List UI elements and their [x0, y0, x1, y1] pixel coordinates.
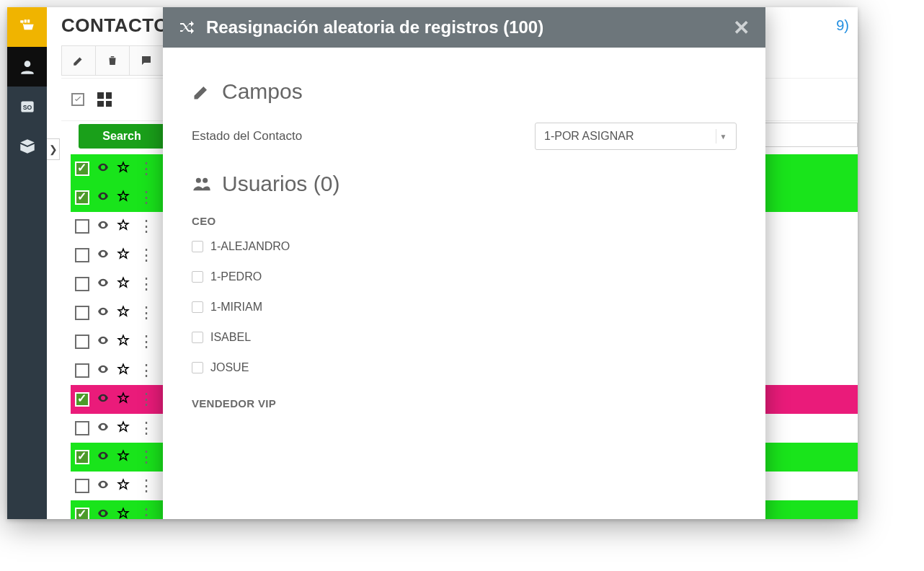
- svg-point-7: [203, 178, 208, 183]
- eye-icon[interactable]: [97, 334, 110, 350]
- user-name: 1-PEDRO: [210, 270, 262, 283]
- row-checkbox[interactable]: [75, 450, 89, 464]
- eye-icon[interactable]: [97, 449, 110, 465]
- nav-so-icon[interactable]: SO: [7, 87, 47, 126]
- eye-icon[interactable]: [97, 507, 110, 519]
- delete-button[interactable]: [95, 45, 130, 76]
- star-icon[interactable]: [117, 247, 130, 263]
- user-group-label: CEO: [192, 215, 737, 227]
- user-checkbox[interactable]: [192, 241, 203, 252]
- row-checkbox[interactable]: [75, 479, 89, 493]
- fields-section-title: Campos: [192, 79, 737, 104]
- user-checkbox[interactable]: [192, 271, 203, 283]
- svg-rect-2: [27, 19, 30, 22]
- select-value: 1-POR ASIGNAR: [544, 130, 634, 143]
- contact-status-select[interactable]: 1-POR ASIGNAR ▼: [535, 123, 737, 150]
- eye-icon[interactable]: [97, 218, 110, 234]
- star-icon[interactable]: [117, 334, 130, 350]
- row-checkbox[interactable]: [75, 306, 89, 320]
- row-checkbox[interactable]: [75, 190, 89, 205]
- user-checkbox[interactable]: [192, 362, 203, 373]
- star-icon[interactable]: [117, 420, 130, 436]
- reassign-modal: Reasignación aleatoria de registros (100…: [163, 7, 765, 519]
- user-name: JOSUE: [210, 361, 249, 374]
- user-name: 1-MIRIAM: [210, 301, 262, 314]
- eye-icon[interactable]: [97, 420, 110, 436]
- user-group-label: VENDEDOR VIP: [192, 397, 737, 410]
- eye-icon[interactable]: [97, 363, 110, 379]
- star-icon[interactable]: [117, 161, 130, 177]
- svg-point-6: [196, 178, 201, 183]
- user-checkbox[interactable]: [192, 332, 203, 343]
- users-section-title: Usuarios (0): [192, 172, 737, 196]
- user-item[interactable]: 1-MIRIAM: [192, 292, 737, 322]
- user-name: ISABEL: [210, 331, 251, 344]
- row-checkbox[interactable]: [75, 508, 89, 519]
- svg-rect-1: [24, 19, 26, 22]
- eye-icon[interactable]: [97, 247, 110, 263]
- user-name: 1-ALEJANDRO: [210, 240, 290, 253]
- filter-input[interactable]: [764, 123, 858, 147]
- star-icon[interactable]: [117, 449, 130, 465]
- star-icon[interactable]: [117, 507, 130, 519]
- nav-contacts-icon[interactable]: [7, 47, 47, 87]
- row-checkbox[interactable]: [75, 335, 89, 349]
- modal-body: Campos Estado del Contacto 1-POR ASIGNAR…: [163, 48, 765, 433]
- svg-text:SO: SO: [22, 104, 32, 111]
- user-item[interactable]: JOSUE: [192, 353, 737, 383]
- grid-view-icon[interactable]: [97, 92, 112, 107]
- chevron-down-icon: ▼: [716, 129, 730, 143]
- eye-icon[interactable]: [97, 478, 110, 494]
- nav-box-icon[interactable]: [7, 126, 47, 166]
- eye-icon[interactable]: [97, 305, 110, 321]
- star-icon[interactable]: [117, 276, 130, 292]
- star-icon[interactable]: [117, 305, 130, 321]
- modal-header: Reasignación aleatoria de registros (100…: [163, 7, 765, 48]
- user-checkbox[interactable]: [192, 301, 203, 313]
- comment-button[interactable]: [129, 45, 164, 76]
- search-button[interactable]: Search: [79, 124, 165, 149]
- row-checkbox[interactable]: [75, 421, 89, 435]
- expand-sidebar-button[interactable]: ❯: [47, 138, 60, 160]
- star-icon[interactable]: [117, 478, 130, 494]
- star-icon[interactable]: [117, 190, 130, 205]
- app-window: SO ❯ CONTACTOS › Cli 9) Search ⋮⋮⋮⋮⋮⋮⋮⋮⋮…: [7, 7, 858, 519]
- svg-rect-0: [20, 20, 23, 22]
- user-item[interactable]: 1-PEDRO: [192, 262, 737, 292]
- users-icon: [192, 174, 212, 194]
- row-checkbox[interactable]: [75, 161, 89, 176]
- user-item[interactable]: ISABEL: [192, 322, 737, 353]
- row-checkbox[interactable]: [75, 219, 89, 234]
- select-all-checkbox[interactable]: [71, 93, 84, 106]
- star-icon[interactable]: [117, 218, 130, 234]
- record-count: 9): [836, 17, 849, 34]
- brand-logo-icon[interactable]: [7, 7, 47, 47]
- close-icon[interactable]: ✕: [733, 16, 750, 40]
- row-checkbox[interactable]: [75, 277, 89, 291]
- star-icon[interactable]: [117, 363, 130, 379]
- row-checkbox[interactable]: [75, 248, 89, 262]
- user-item[interactable]: 1-ALEJANDRO: [192, 231, 737, 262]
- contact-status-field: Estado del Contacto 1-POR ASIGNAR ▼: [192, 123, 737, 150]
- svg-point-3: [24, 61, 30, 67]
- row-checkbox[interactable]: [75, 392, 89, 407]
- eye-icon[interactable]: [97, 190, 110, 205]
- eye-icon[interactable]: [97, 391, 110, 407]
- edit-icon: [192, 81, 212, 102]
- eye-icon[interactable]: [97, 276, 110, 292]
- edit-button[interactable]: [61, 45, 96, 76]
- star-icon[interactable]: [117, 391, 130, 407]
- field-label: Estado del Contacto: [192, 129, 302, 143]
- shuffle-icon: [179, 19, 196, 36]
- left-nav: SO: [7, 7, 47, 519]
- modal-title: Reasignación aleatoria de registros (100…: [206, 17, 543, 37]
- eye-icon[interactable]: [97, 161, 110, 177]
- row-checkbox[interactable]: [75, 363, 89, 378]
